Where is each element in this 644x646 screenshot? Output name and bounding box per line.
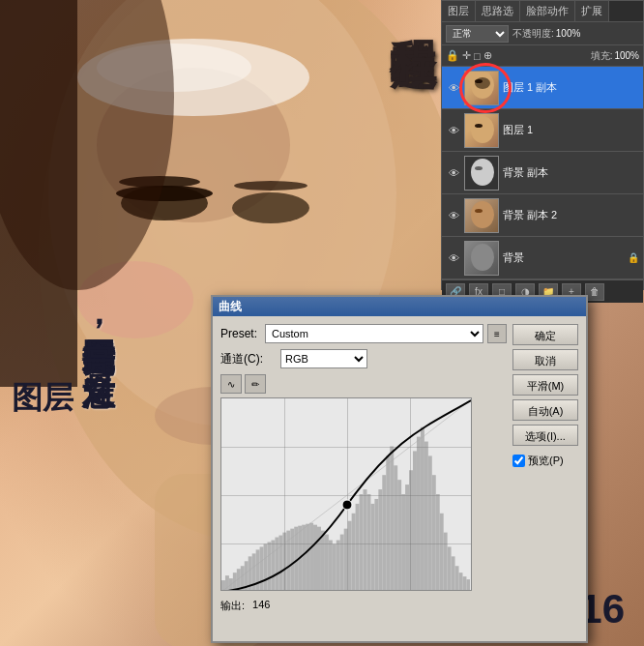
svg-line-91	[221, 398, 472, 591]
ok-button[interactable]: 确定	[512, 324, 578, 345]
opacity-label: 不透明度:	[512, 27, 554, 41]
layer-eye-4[interactable]: 👁	[446, 250, 461, 266]
layer-thumb-2	[464, 156, 499, 191]
layer-label-text: 图层	[12, 377, 73, 420]
delete-layer-button[interactable]: 🗑	[585, 283, 604, 301]
move-icon: ✛	[462, 49, 471, 62]
layer-name-2: 背景 副本	[503, 165, 639, 180]
curves-title: 曲线	[219, 299, 242, 315]
preset-label: Preset:	[220, 327, 261, 340]
layer-item-4[interactable]: 👁 背景 🔒	[442, 237, 643, 279]
layer-name-3: 背景 副本 2	[503, 208, 639, 222]
curve-line-svg	[221, 398, 472, 591]
thumb-svg-0	[465, 72, 499, 105]
fill-icon-dot: ⊕	[483, 49, 492, 62]
preview-checkbox-row: 预览(P)	[512, 454, 578, 468]
tab-paths[interactable]: 思路选	[476, 1, 520, 21]
curves-dialog-body: Preset: Custom ≡ 通道(C): RGB ∿ ✏	[213, 316, 586, 641]
fill-row: 🔒 ✛ □ ⊕ 填充: 100%	[442, 45, 643, 67]
svg-point-24	[475, 209, 483, 213]
svg-point-17	[475, 79, 483, 83]
layer-item-2[interactable]: 👁 背景 副本	[442, 152, 643, 194]
preview-label: 预览(P)	[528, 454, 564, 468]
curve-edit-tool[interactable]: ∿	[220, 374, 242, 394]
tab-channels[interactable]: 脸部动作	[520, 1, 575, 21]
layer-item-0[interactable]: 👁 图层 1 副本	[442, 67, 643, 109]
layer-item-1[interactable]: 👁 图层 1	[442, 109, 643, 152]
blend-mode-select[interactable]: 正常	[446, 25, 509, 43]
layer-item-3[interactable]: 👁 背景 副本 2	[442, 194, 643, 237]
auto-button[interactable]: 自动(A)	[512, 399, 578, 421]
thumb-svg-3	[465, 199, 499, 233]
svg-point-19	[475, 124, 483, 128]
svg-point-92	[342, 500, 352, 510]
output-label: 输出:	[220, 599, 245, 613]
layer-eye-1[interactable]: 👁	[446, 123, 461, 138]
channel-row: 通道(C): RGB	[220, 349, 507, 368]
blend-mode-row: 正常 不透明度: 100%	[442, 22, 643, 45]
svg-point-4	[232, 192, 309, 223]
svg-point-21	[471, 159, 494, 186]
tab-layers[interactable]: 图层	[442, 1, 476, 21]
tab-extra[interactable]: 扩展	[575, 1, 609, 21]
lock-icons: 🔒 ✛ □ ⊕	[446, 49, 492, 62]
preview-checkbox[interactable]	[512, 455, 525, 467]
layer-thumb-4	[464, 241, 499, 276]
channel-label: 通道(C):	[220, 351, 277, 367]
svg-point-22	[475, 166, 483, 170]
fill-value: 100%	[614, 50, 639, 61]
layer-thumb-3	[464, 198, 499, 233]
curve-pencil-tool[interactable]: ✏	[245, 374, 266, 394]
curves-title-bar: 曲线	[213, 297, 586, 316]
curves-left-panel: Preset: Custom ≡ 通道(C): RGB ∿ ✏	[220, 324, 507, 633]
curves-right-buttons: 确定 取消 平滑(M) 自动(A) 选项(I)... 预览(P)	[512, 324, 578, 633]
preset-select[interactable]: Custom	[265, 324, 483, 343]
svg-point-25	[471, 244, 494, 271]
preset-settings-button[interactable]: ≡	[487, 324, 507, 343]
thumb-svg-1	[465, 114, 499, 148]
layer-eye-3[interactable]: 👁	[446, 208, 461, 223]
layer-name-1: 图层 1	[503, 123, 639, 137]
thumb-svg-4	[465, 242, 499, 276]
svg-point-16	[475, 77, 490, 89]
layer-eye-0[interactable]: 👁	[446, 80, 461, 96]
layer-thumb-0	[464, 71, 499, 105]
svg-point-7	[234, 181, 307, 191]
preset-row: Preset: Custom ≡	[220, 324, 507, 343]
svg-point-18	[471, 116, 494, 143]
layer-thumb-1	[464, 113, 499, 148]
options-button[interactable]: 选项(I)...	[512, 425, 578, 446]
curve-tools: ∿ ✏	[220, 374, 507, 394]
output-row: 输出: 146	[220, 595, 507, 613]
fill-label: 填充:	[591, 49, 613, 63]
smooth-button[interactable]: 平滑(M)	[512, 374, 578, 396]
curves-graph[interactable]	[220, 397, 472, 591]
channel-select[interactable]: RGB	[280, 349, 367, 368]
chinese-overlay-text: 对图层进行曲线提亮，注意是对	[77, 314, 120, 347]
layer-eye-2[interactable]: 👁	[446, 165, 461, 181]
curves-dialog: 曲线 Preset: Custom ≡ 通道(C): RGB ∿ ✏	[211, 295, 588, 643]
layers-panel: 图层 思路选 脸部动作 扩展 正常 不透明度: 100% 🔒 ✛ □ ⊕ 填充:…	[441, 0, 644, 290]
layer-locked-icon: 🔒	[628, 252, 639, 263]
opacity-value: 100%	[556, 28, 581, 39]
paint-icon: □	[474, 50, 481, 62]
layer-name-4: 背景	[503, 250, 628, 265]
cancel-button[interactable]: 取消	[512, 349, 578, 370]
layers-tabs: 图层 思路选 脸部动作 扩展	[442, 1, 643, 22]
thumb-svg-2	[465, 157, 499, 191]
lock-icon: 🔒	[446, 49, 459, 62]
svg-point-23	[471, 201, 494, 228]
layer-name-0: 图层 1 副本	[503, 80, 639, 95]
opacity-row: 不透明度: 100%	[512, 27, 580, 41]
output-value: 146	[252, 599, 270, 610]
